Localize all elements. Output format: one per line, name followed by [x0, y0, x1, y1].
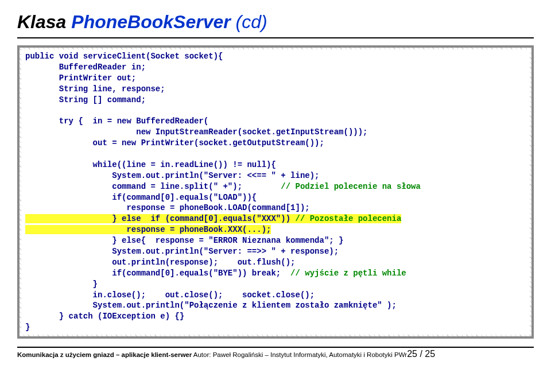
footer-left: Komunikacja z użyciem gniazd – aplikacje… — [17, 351, 192, 358]
title-part2: PhoneBookServer — [71, 11, 235, 32]
code-line: in.close(); out.close(); socket.close(); — [25, 290, 315, 300]
page-number: 25 / 25 — [407, 349, 435, 359]
divider-top — [17, 37, 534, 38]
code-line: public void serviceClient(Socket socket)… — [25, 52, 223, 61]
title-part3: (cd) — [236, 11, 267, 32]
code-line: out = new PrintWriter(socket.getOutputSt… — [25, 138, 324, 148]
code-content: public void serviceClient(Socket socket)… — [25, 51, 526, 333]
code-line: String [] command; — [25, 95, 146, 104]
code-comment: // Podziel polecenie na słowa — [281, 182, 421, 191]
code-line: System.out.println("Server: <<== " + lin… — [25, 171, 319, 180]
code-line: } — [25, 280, 98, 289]
title-part1: Klasa — [17, 11, 71, 32]
code-line: System.out.println("Server: ==>> " + res… — [25, 247, 339, 256]
code-line: while((line = in.readLine()) != null){ — [25, 160, 276, 169]
code-line: } — [25, 323, 30, 332]
code-line: if(command[0].equals("BYE")) break; — [25, 269, 290, 278]
code-block: public void serviceClient(Socket socket)… — [17, 45, 534, 339]
code-comment-highlight: // Pozostałe polecenia — [295, 214, 401, 223]
code-line: try { in = new BufferedReader( — [25, 117, 208, 126]
code-line-highlight: } else if (command[0].equals("XXX")) — [25, 214, 295, 223]
code-line: BufferedReader in; — [25, 63, 146, 72]
footer-author: Autor: Paweł Rogaliński – Instytut Infor… — [192, 351, 407, 358]
code-line: command = line.split(" +"); — [25, 182, 281, 191]
code-line: new InputStreamReader(socket.getInputStr… — [25, 127, 368, 137]
code-line: System.out.println("Połączenie z kliente… — [25, 301, 397, 310]
code-line: if(command[0].equals("LOAD")){ — [25, 193, 257, 202]
code-line: } catch (IOException e) {} — [25, 312, 184, 321]
code-line: PrintWriter out; — [25, 73, 136, 83]
divider-bottom — [17, 347, 534, 348]
code-line-highlight: response = phoneBook.XXX(...); — [25, 225, 271, 234]
code-line: out.println(response); out.flush(); — [25, 258, 295, 267]
footer: Komunikacja z użyciem gniazd – aplikacje… — [17, 349, 534, 359]
code-line: String line, response; — [25, 84, 165, 94]
code-line: } else{ response = "ERROR Nieznana komme… — [25, 236, 344, 245]
code-comment: // wyjście z pętli while — [290, 269, 406, 278]
page-title: Klasa PhoneBookServer (cd) — [17, 11, 534, 33]
code-line: response = phoneBook.LOAD(command[1]); — [25, 203, 310, 212]
